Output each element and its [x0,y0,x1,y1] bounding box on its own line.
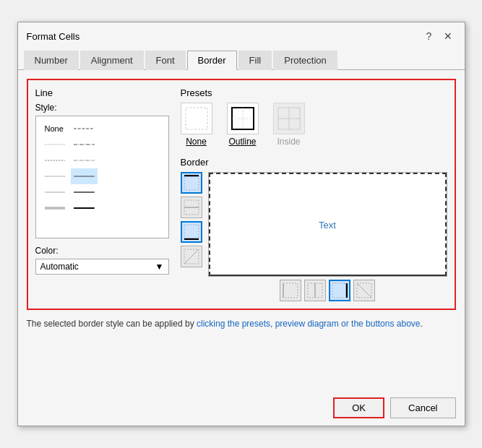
line-thin-item[interactable] [42,184,69,200]
preset-none-label: None [186,137,207,147]
color-row: Color: Automatic ▼ [35,246,169,275]
svg-rect-19 [184,176,199,190]
line-solid-thin-item[interactable] [71,168,98,184]
preset-inside[interactable]: Inside [273,103,305,147]
svg-rect-31 [332,283,347,298]
line-long-dash-item[interactable] [71,121,98,137]
line-row-4 [42,168,98,184]
line-styles-box: None [35,116,169,238]
line-thick-item[interactable] [71,200,98,216]
preview-top-border [209,173,447,174]
svg-rect-12 [186,108,207,129]
preset-none-box [181,103,212,134]
info-text-part3: . [420,319,422,329]
line-row-6 [42,200,98,216]
svg-rect-23 [184,225,199,239]
tab-number[interactable]: Number [24,51,79,70]
border-preview-area: Text [208,172,447,301]
color-label: Color: [35,246,169,256]
preset-outline[interactable]: Outline [227,103,259,147]
info-text-part1: The selected border style can be applied… [27,319,197,329]
dialog-footer: OK Cancel [18,390,465,426]
line-row-2 [42,137,98,152]
tab-bar: Number Alignment Font Border Fill Protec… [18,47,465,70]
right-panel: Presets None [181,87,447,301]
line-row-1: None [42,121,98,137]
tab-fill[interactable]: Fill [238,51,272,70]
line-none-item[interactable]: None [42,121,69,137]
border-btn-left[interactable] [280,280,301,301]
preset-outline-box [227,103,259,134]
border-section: Text [181,172,447,301]
border-btn-middle-h[interactable] [181,197,202,218]
line-dot-item[interactable] [42,137,69,152]
line-styles-grid: None [42,121,98,233]
presets-section: Presets None [181,87,447,150]
dialog-title: Format Cells [27,31,80,42]
color-select[interactable]: Automatic ▼ [35,259,169,275]
line-dash-dot2-item[interactable] [71,152,98,168]
tab-protection[interactable]: Protection [273,51,337,70]
border-btn-right[interactable] [329,280,350,301]
border-btn-center-v[interactable] [304,280,326,301]
line-dashed-item[interactable] [42,152,69,168]
tab-font[interactable]: Font [145,51,186,70]
line-double-item[interactable] [42,200,69,216]
close-button[interactable]: ✕ [440,28,456,44]
line-medium-item[interactable] [71,184,98,200]
preview-left-border [209,173,210,276]
svg-line-26 [184,249,199,264]
title-bar-controls: ? ✕ [421,28,456,44]
help-button[interactable]: ? [421,28,437,44]
preview-right-border [445,173,447,276]
line-medium-dash-item[interactable] [42,168,69,184]
presets-label: Presets [181,87,447,98]
border-btn-bottom[interactable] [181,221,202,243]
border-buttons-left [181,172,202,301]
line-section-label: Line [35,87,169,98]
format-cells-dialog: Format Cells ? ✕ Number Alignment Font B… [17,22,465,426]
preset-inside-box [273,103,305,134]
border-btn-diagonal[interactable] [181,246,202,267]
color-dropdown-icon: ▼ [155,262,164,272]
info-text-part2: clicking the presets, preview diagram or… [197,319,421,329]
preset-outline-label: Outline [228,137,256,147]
border-panel: Line Style: None [27,79,456,310]
color-value: Automatic [40,262,79,272]
tab-alignment[interactable]: Alignment [80,51,144,70]
svg-rect-27 [283,283,298,298]
border-bottom-row [208,280,447,301]
style-label: Style: [35,103,169,113]
preview-text: Text [319,219,336,230]
border-btn-diagonal-up[interactable] [353,280,375,301]
border-section-label: Border [181,157,447,168]
info-text: The selected border style can be applied… [27,317,456,330]
svg-line-34 [357,283,371,298]
tab-border[interactable]: Border [187,51,237,70]
line-dash-dot-item[interactable] [71,137,98,152]
border-btn-top[interactable] [181,172,202,194]
presets-row: None Outline [181,103,447,147]
left-panel: Line Style: None [35,87,169,301]
main-content: Line Style: None [18,70,465,390]
preview-bottom-border [209,275,447,276]
preset-inside-label: Inside [277,137,300,147]
line-none-label: None [45,124,64,133]
ok-button[interactable]: OK [333,397,384,418]
cancel-button[interactable]: Cancel [390,397,455,418]
line-row-3 [42,152,98,168]
preset-none[interactable]: None [181,103,212,147]
border-preview-box[interactable]: Text [208,172,447,277]
title-bar: Format Cells ? ✕ [18,22,465,47]
line-row-5 [42,184,98,200]
